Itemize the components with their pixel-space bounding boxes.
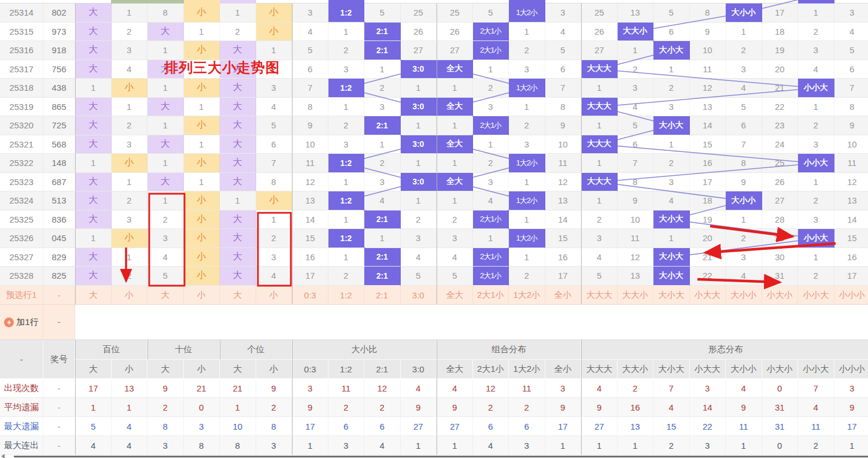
miss-count-cell: 2 bbox=[473, 79, 509, 98]
preselect-cell[interactable]: 小 bbox=[256, 286, 293, 305]
miss-count-cell: 2 bbox=[112, 191, 148, 210]
preselect-label: 预选行1 bbox=[0, 286, 43, 305]
miss-count-cell: 7 bbox=[834, 79, 868, 98]
period-cell: 25316 bbox=[0, 41, 43, 60]
miss-count-cell: 2 bbox=[473, 154, 509, 173]
preselect-cell[interactable]: 全大 bbox=[437, 286, 473, 305]
add-row: + 加1行 - bbox=[0, 305, 868, 340]
miss-count-cell: 1 bbox=[437, 154, 473, 173]
miss-count-cell: 7 bbox=[256, 154, 293, 173]
stats-value-cell: 2 bbox=[798, 436, 834, 455]
ball-cell: 大 bbox=[220, 210, 256, 230]
miss-count-cell: 24 bbox=[762, 135, 799, 154]
preselect-cell[interactable]: 大 bbox=[220, 286, 256, 305]
miss-count-cell: 1 bbox=[798, 173, 834, 192]
miss-count-cell: 1 bbox=[618, 41, 654, 60]
miss-count-cell: 2 bbox=[798, 23, 834, 42]
miss-count-cell: 4 bbox=[292, 23, 328, 42]
stats-value-cell: 17 bbox=[834, 417, 868, 436]
preselect-cell[interactable]: 3:0 bbox=[401, 286, 437, 305]
miss-count-cell: 5 bbox=[834, 41, 868, 60]
miss-count-cell: 1 bbox=[653, 60, 690, 79]
stats-sub-header: 小 bbox=[184, 360, 220, 379]
stats-value-cell: 27 bbox=[437, 417, 473, 436]
miss-count-cell: 3 bbox=[256, 248, 293, 267]
trend-row: 25320725大21小大5922:1112大1小2915大小大1462329 bbox=[0, 116, 868, 135]
ball-cell: 小 bbox=[184, 154, 220, 173]
preselect-cell[interactable]: 小小小 bbox=[834, 286, 868, 305]
stats-value-cell: 4 bbox=[437, 379, 473, 398]
stats-sub-header: 小大小 bbox=[762, 360, 799, 379]
hit-cell: 3:0 bbox=[401, 135, 437, 154]
preselect-cell[interactable]: 2:1 bbox=[364, 286, 401, 305]
hit-cell: 全大 bbox=[437, 60, 473, 79]
miss-count-cell: 3 bbox=[798, 210, 834, 230]
preselect-cell[interactable]: 大小大 bbox=[653, 286, 690, 305]
miss-count-cell: 2 bbox=[509, 41, 545, 60]
hit-cell: 大小大 bbox=[653, 267, 690, 286]
preselect-cell[interactable]: 1:2 bbox=[328, 286, 365, 305]
preselect-cell[interactable]: 小 bbox=[112, 286, 148, 305]
hit-cell: 2:1 bbox=[364, 23, 401, 42]
ball-cell: 大 bbox=[220, 154, 256, 173]
miss-count-cell: 4 bbox=[473, 191, 509, 210]
ball-cell: 大 bbox=[75, 60, 112, 79]
stats-sub-header: 全小 bbox=[545, 360, 582, 379]
preselect-cell[interactable]: 小小大 bbox=[798, 286, 834, 305]
preselect-cell[interactable]: 大小小 bbox=[726, 286, 762, 305]
miss-count-cell: 3 bbox=[618, 79, 654, 98]
stats-row-label: 最大连出 bbox=[0, 436, 43, 455]
preselect-cell[interactable]: 小 bbox=[184, 286, 220, 305]
miss-count-cell: 18 bbox=[690, 191, 726, 210]
preselect-cell[interactable]: 小大小 bbox=[762, 286, 799, 305]
period-cell: 25319 bbox=[0, 98, 43, 117]
stats-sub-header: 0:3 bbox=[292, 360, 328, 379]
preselect-cell[interactable]: 大大小 bbox=[618, 286, 654, 305]
miss-count-cell: 4 bbox=[834, 23, 868, 42]
miss-count-cell: 4 bbox=[147, 248, 184, 267]
plus-icon: + bbox=[4, 317, 14, 327]
miss-count-cell: 1 bbox=[220, 3, 256, 23]
ball-cell: 大 bbox=[75, 23, 112, 42]
miss-count-cell: 1 bbox=[401, 154, 437, 173]
ball-cell: 大 bbox=[220, 41, 256, 60]
miss-count-cell: 6 bbox=[292, 60, 328, 79]
horizontal-scrollbar[interactable] bbox=[0, 456, 868, 458]
stats-value-cell: 11 bbox=[509, 379, 545, 398]
miss-count-cell: 1 bbox=[653, 229, 690, 248]
prize-cell: 568 bbox=[43, 135, 75, 154]
preselect-cell[interactable]: 大大大 bbox=[581, 286, 618, 305]
preselect-cell[interactable]: 大 bbox=[147, 286, 184, 305]
ball-cell: 大 bbox=[147, 173, 184, 192]
miss-count-cell: 26 bbox=[401, 23, 437, 42]
preselect-cell[interactable]: 0:3 bbox=[292, 286, 328, 305]
add-row-button[interactable]: + 加1行 bbox=[0, 305, 43, 339]
miss-count-cell: 22 bbox=[690, 267, 726, 286]
scrollbar-left-arrow-icon[interactable] bbox=[1, 454, 5, 458]
preselect-cell[interactable]: 全小 bbox=[545, 286, 582, 305]
miss-count-cell: 17 bbox=[834, 267, 868, 286]
preselect-cell[interactable]: 1大2小 bbox=[509, 286, 545, 305]
miss-count-cell: 29 bbox=[762, 229, 799, 248]
miss-count-cell: 5 bbox=[581, 267, 618, 286]
miss-count-cell: 12 bbox=[545, 173, 582, 192]
prize-cell: 825 bbox=[43, 267, 75, 286]
preselect-cell[interactable]: 大 bbox=[75, 286, 112, 305]
miss-count-cell: 16 bbox=[545, 248, 582, 267]
stats-value-cell: 16 bbox=[618, 398, 654, 417]
preselect-cell[interactable]: 2大1小 bbox=[473, 286, 509, 305]
prize-cell: 756 bbox=[43, 60, 75, 79]
miss-count-cell: 2 bbox=[256, 229, 293, 248]
preselect-cell[interactable]: 小大大 bbox=[690, 286, 726, 305]
miss-count-cell: 3 bbox=[581, 229, 618, 248]
miss-count-cell: 13 bbox=[690, 98, 726, 117]
scrollbar-thumb[interactable] bbox=[14, 456, 868, 457]
miss-count-cell: 1 bbox=[509, 23, 545, 42]
prize-cell: 687 bbox=[43, 173, 75, 192]
period-cell: 25317 bbox=[0, 60, 43, 79]
stats-row-prize: - bbox=[43, 417, 75, 436]
miss-count-cell: 17 bbox=[292, 267, 328, 286]
ball-cell: 大 bbox=[75, 191, 112, 210]
miss-count-cell: 16 bbox=[834, 248, 868, 267]
miss-count-cell: 9 bbox=[690, 23, 726, 42]
